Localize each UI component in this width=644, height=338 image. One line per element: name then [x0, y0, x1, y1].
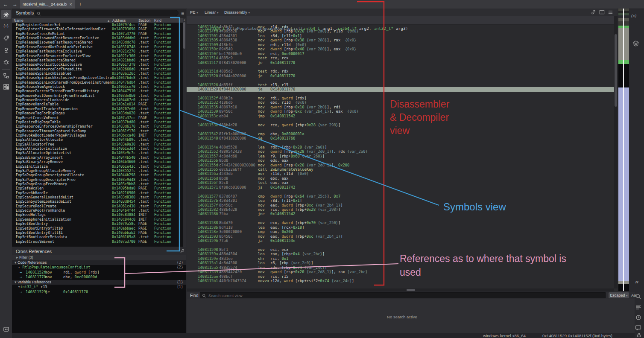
- scrollbar-thumb[interactable]: [615, 34, 617, 107]
- back-icon[interactable]: ←: [2, 0, 9, 8]
- table-row[interactable]: ExpRemoveTagForBigPages0x1403da020.textF…: [12, 111, 183, 115]
- table-row[interactable]: ExpRegisterFirmwareTableInformationHandl…: [12, 27, 183, 31]
- xref-section-row[interactable]: ▾ Code References{2}: [12, 260, 186, 265]
- disasm-line[interactable]: 14081154281fb1a000000cmpebx, 0x8000001a: [187, 132, 614, 136]
- variables-x-icon[interactable]: (x): [631, 13, 636, 18]
- segments-sidebar-icon[interactable]: [1, 82, 11, 91]
- console-sidebar-icon[interactable]: [1, 324, 11, 334]
- tags-sidebar-icon[interactable]: [1, 33, 11, 43]
- table-row[interactable]: ExpSecurePoolCreate0x14061c430.textFunct…: [12, 204, 183, 208]
- disasm-line[interactable]: 1408115264d85fftestr15, r15: [187, 83, 614, 87]
- table-row[interactable]: ExpSaPageGroupDescriptorFree0x1403e9d48.…: [12, 178, 183, 182]
- disasm-line[interactable]: 14081158675bajne0x140811542: [187, 212, 614, 216]
- table-row[interactable]: ExpSaPageGroupFreeMemory0x1403e9bb8.text…: [12, 182, 183, 186]
- disasm-line[interactable]: 1408115938b450cmoveax, dword [rbp+0xc {v…: [187, 234, 614, 239]
- new-tab-button[interactable]: +: [77, 0, 84, 8]
- disasm-line[interactable]: 1408115ae498bcfmovrcx, r15: [187, 274, 614, 279]
- scroll-up-icon[interactable]: ▴: [183, 18, 186, 21]
- disasm-line[interactable]: 14081157b458d4301lear8d, [r11+0x1]: [187, 198, 614, 203]
- table-row[interactable]: ExpSaAllocatorFree0x1403e9a30.textFuncti…: [12, 142, 183, 146]
- table-row[interactable]: ExpRemoveHandleTable0x140a1e014PAGEFunct…: [12, 102, 183, 106]
- table-row[interactable]: ExpReleaseDisownedFastResourceExclusive0…: [12, 36, 183, 40]
- disasm-line[interactable]: 14081156f85c0testeax, eax: [187, 181, 614, 185]
- disasm-line[interactable]: 1408115524889542428movqword [rsp+0x28 {v…: [187, 149, 614, 154]
- scrollbar-thumb[interactable]: [407, 289, 415, 291]
- table-row[interactable]: ExpRemoveGeneralLookaside0x1404467e0.tex…: [12, 98, 183, 102]
- search-panel-icon[interactable]: [635, 293, 641, 300]
- disasm-line[interactable]: 14081150fbe170000c0movesi, 0xc0000017: [187, 52, 614, 56]
- symbols-menu-icon[interactable]: ≡: [181, 10, 184, 16]
- disasm-line[interactable]: 14081150548894538movqword [rbp+0x38 {var…: [187, 38, 614, 42]
- disasm-line[interactable]: 1408115480f8418020000je0x140811766: [187, 136, 614, 140]
- stack-layers-icon[interactable]: [632, 40, 639, 47]
- disasm-line[interactable]: 14081158b8d4118leaeax, [rcx+0x18]: [187, 225, 614, 230]
- table-row[interactable]: ExpReleaseCrossVmMutant0x1407a3770PAGEFu…: [12, 32, 183, 36]
- table-row[interactable]: ExpScanSystemLookasideList0x1403d8454.te…: [12, 199, 183, 204]
- column-header-section[interactable]: Section: [138, 18, 150, 23]
- symbols-table-header[interactable]: Name ▴ Address Section Kind: [12, 18, 186, 23]
- function-signature-bar[interactable]: ○uint64_t RtlpPopulateLanguageConfigList…: [187, 16, 618, 25]
- xref-symbol-row[interactable]: ▾ RtlpPopulateLanguageConfigList{2}: [12, 265, 186, 270]
- xref-variable-row[interactable]: ▾int32_t* r15{1}: [12, 285, 186, 290]
- table-row[interactable]: ExpSaAllocatorInitialize0x14061e3d4.text…: [12, 146, 183, 151]
- disasm-line[interactable]: 140811565e8c632e6ffcallZwEnumerateValueK…: [187, 167, 614, 172]
- disasm-line[interactable]: 14081151d4885d2testrdx, rdx: [187, 69, 614, 73]
- table-row[interactable]: ExpSemaphoreInitialization0x140c844c0INI…: [12, 217, 183, 221]
- disasm-line[interactable]: 1408115170f8453020000je0x140811770: [187, 61, 614, 65]
- disasm-line[interactable]: 1408114fa4c8bf2movr14, rdx: [187, 25, 614, 29]
- disasm-line[interactable]: 14081157f8b450cmoveax, dword [rbp+0xc {v…: [187, 203, 614, 207]
- symbols-scrollbar[interactable]: ▴: [183, 18, 186, 247]
- disasm-line[interactable]: 14081154e488d5520leardx, [rbp+0x20 {var_…: [187, 145, 614, 149]
- table-row[interactable]: ExpSetBootEntry$filt$00x140abbaecPAGEFun…: [12, 226, 183, 230]
- memory-map-pin-icon[interactable]: [1, 45, 11, 55]
- layout-menu[interactable]: Linear ▾: [205, 10, 219, 15]
- xref-instruction-row[interactable]: →140811770movebx, 0xc000000d: [12, 275, 186, 280]
- disasm-line[interactable]: 140811532418bdbmovebx, r11d {0x0}: [187, 100, 614, 105]
- components-sidebar-icon[interactable]: [1, 71, 11, 80]
- table-row[interactable]: ExpReleaseSpinLockSharedFromDpcLevelInst…: [12, 80, 183, 84]
- table-row[interactable]: ExpSaBinaryArrayRemove0x1404b3660.textFu…: [12, 160, 183, 164]
- table-row[interactable]: ExpSaPageGroupAllocateMemory0x1403552fc.…: [12, 169, 183, 173]
- table-row[interactable]: ExpResetCrossVmEvent0x1407a37ccPAGEFunct…: [12, 116, 183, 120]
- xref-filter-row[interactable]: ▸ Filter (3): [12, 255, 186, 260]
- table-row[interactable]: ExpScanGeneralLookasideList0x1403d8360.t…: [12, 195, 183, 199]
- find-input-box[interactable]: [200, 292, 606, 298]
- table-row[interactable]: ExpSeedHotTags0x140c83884INITFunction: [12, 213, 183, 217]
- representation-menu[interactable]: Disassembly ▾: [224, 10, 250, 15]
- table-row[interactable]: ExpRevokeBootLoaderPagePrivileges0x140bc…: [12, 133, 183, 137]
- lock-icon[interactable]: [636, 332, 641, 338]
- table-row[interactable]: ExpRemovePoolTrackerExpansion0x140207e60…: [12, 107, 183, 111]
- table-row[interactable]: ExpSaAllocatorOptimizeList0x1403e9c7c.te…: [12, 151, 183, 155]
- disasm-line[interactable]: 14081155b8bd0movedx, eax: [187, 158, 614, 163]
- xref-instruction-row[interactable]: →14081152fmovrdi, qword [rdx]: [12, 270, 186, 275]
- close-tab-icon[interactable]: ×: [70, 0, 72, 9]
- table-row[interactable]: ExpSetBootEntry$filt$10x140abbab2PAGEFun…: [12, 230, 183, 235]
- table-row[interactable]: ExpSafeWcslen0x14095bda0PAGEFunction: [12, 186, 183, 190]
- strings-quotes-icon[interactable]: ”: [635, 280, 639, 290]
- view-type-menu[interactable]: PE ▾: [190, 10, 198, 15]
- find-mode-select[interactable]: Escaped ▾: [609, 292, 629, 298]
- table-row[interactable]: ExpRemoveCurrentThreadFromThreadHistory0…: [12, 89, 183, 93]
- feature-minimap[interactable]: [618, 9, 629, 291]
- table-row[interactable]: ExpResizeBigPageTable0x14037bd80.textFun…: [12, 120, 183, 124]
- disasm-line[interactable]: 1408115144885c9testrcx, rcx: [187, 56, 614, 60]
- split-view-icon[interactable]: [599, 9, 605, 15]
- column-header-address[interactable]: Address: [112, 18, 126, 23]
- find-input[interactable]: [208, 293, 602, 299]
- disasm-line[interactable]: 140811582488b4d28movrcx, qword [rbp+0x28…: [187, 207, 614, 212]
- table-row[interactable]: ExpReleaseFastResourceShared0x14021bbd0.…: [12, 58, 183, 62]
- disasm-line[interactable]: 140811577837d6407cmpdword [rbp+0x64 {var…: [187, 194, 614, 198]
- symbols-search-input[interactable]: [42, 10, 172, 17]
- table-row[interactable]: ExpSetBootEntry0x14079a58cPAGEFunction: [12, 221, 183, 226]
- symbols-search-box[interactable]: [34, 10, 179, 16]
- table-row[interactable]: ExpSaBinaryArrayInsert0x14044b540.textFu…: [12, 155, 183, 160]
- table-row[interactable]: ExpReleaseSpinLockDisabled0x1403a126c.te…: [12, 71, 183, 76]
- disasm-line[interactable]: 1408115888b4d70movecx, dword [rbp+0x70 {…: [187, 221, 614, 225]
- file-tab[interactable]: ntoskrnl_win..._24.exe.bndb ×: [20, 0, 75, 9]
- symbols-sidebar-icon[interactable]: [1, 10, 11, 19]
- disasm-line[interactable]: 14081152f488b3amovrdi, qword [rdx]: [187, 96, 614, 100]
- disasm-line[interactable]: 1408115b1440fb7647574movzxr12d, word [rb…: [187, 279, 614, 283]
- menu-icon[interactable]: [608, 9, 613, 15]
- disasm-line[interactable]: 14081153989450cmovdword [rbp+0xc {var_2b…: [187, 109, 614, 114]
- disasm-line[interactable]: 14081153ceb04jmp0x140811542: [187, 114, 614, 118]
